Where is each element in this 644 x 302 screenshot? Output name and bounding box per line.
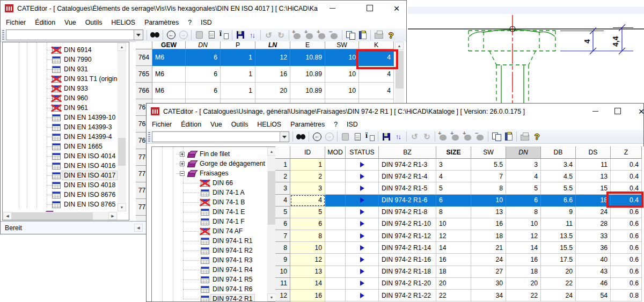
data-cell-dn[interactable]: 3 [506, 159, 541, 171]
table-row[interactable]: 11DIN 974-2 R1-335.533.4110.4 [275, 159, 644, 171]
data-cell[interactable]: 20 [255, 83, 290, 99]
data-cell-sw[interactable]: 18 [471, 230, 506, 242]
data-cell-bz[interactable]: DIN 974-2 R1-18 [379, 266, 436, 278]
data-cell-size[interactable]: 20 [436, 278, 471, 290]
data-cell-dn[interactable]: 6 [506, 195, 541, 207]
table-row[interactable]: 22DIN 974-2 R1-44744.5130.4 [275, 171, 644, 182]
data-cell-db[interactable]: 3.4 [541, 159, 576, 171]
tree-scroll-right[interactable]: ▶ [108, 212, 117, 220]
forward-button[interactable]: → [323, 131, 335, 143]
data-cell-ds[interactable]: 24 [576, 207, 611, 218]
table-row[interactable]: 78DIN 974-2 R1-1212181213.5330.6 [275, 230, 644, 242]
paste-button[interactable] [502, 131, 515, 143]
data-cell-dn[interactable]: 18 [506, 266, 541, 278]
data-cell-dn[interactable]: 8 [506, 207, 541, 218]
menu-item-fichier[interactable]: Fichier [152, 121, 172, 128]
tree-item-din-974-2-r1[interactable]: DIN 974-2 R1 [201, 294, 254, 302]
copy-button[interactable] [344, 29, 356, 41]
data-cell-size[interactable]: 8 [436, 207, 471, 218]
tree-item-din-933[interactable]: DIN 933 [52, 84, 90, 93]
table-row[interactable]: 912DIN 974-2 R1-1616241617.5400.6 [275, 254, 644, 266]
record-add-button[interactable] [449, 131, 462, 143]
table-row[interactable]: 66DIN 974-2 R1-1010161011280.6 [275, 218, 644, 230]
print-button[interactable] [518, 131, 531, 143]
record-add-last-button[interactable] [316, 29, 328, 41]
data-cell-id[interactable]: 1 [290, 159, 325, 171]
tree-scroll-down[interactable]: ▼ [267, 293, 276, 301]
menu-item-dition[interactable]: Édition [35, 19, 55, 26]
tree-item-din-en-14399-3[interactable]: DIN EN 14399-3 [52, 122, 113, 132]
data-cell-id[interactable]: 3 [290, 182, 325, 194]
undo-button[interactable]: ↺ [408, 131, 421, 143]
data-cell-id[interactable]: 2 [290, 171, 325, 182]
tree-item-din-974-1-r2[interactable]: DIN 974-1 R2 [201, 246, 254, 255]
column-header-ln[interactable]: LN [255, 41, 290, 49]
page-button[interactable] [352, 131, 364, 143]
record-delete-button[interactable] [328, 29, 340, 41]
data-cell[interactable]: 4 [359, 49, 394, 66]
minimize-button[interactable] [324, 1, 341, 15]
data-cell-bz[interactable]: DIN 974-2 R1-10 [379, 218, 436, 230]
data-cell-z[interactable]: 0.6 [611, 230, 642, 242]
data-cell-id[interactable]: 8 [290, 230, 325, 242]
data-cell[interactable]: 10 [325, 49, 359, 66]
menu-item-param-tres[interactable]: Paramètres [144, 19, 179, 26]
combobox-dropdown-button[interactable] [134, 30, 143, 40]
tree-item-din-en-iso-4018[interactable]: DIN EN ISO 4018 [52, 180, 117, 190]
paste-button[interactable] [356, 29, 369, 41]
menu-item-helios[interactable]: HELiOS [257, 121, 281, 128]
data-cell-size[interactable]: 18 [436, 266, 471, 278]
data-cell-sw[interactable]: 24 [471, 254, 506, 266]
tree-item-din-en-14399-10[interactable]: DIN EN 14399-10 [52, 113, 117, 122]
data-cell[interactable]: 4 [359, 83, 394, 99]
data-cell-mod[interactable] [325, 278, 346, 290]
table-row[interactable]: 1216DIN 974-2 R1-2222342224540.8 [275, 290, 644, 301]
tree-vscroll-thumb[interactable] [268, 171, 275, 225]
titlebar[interactable]: CATEditor - [ Catalogues\Usinage, généra… [147, 104, 643, 119]
tree-item-din-en-iso-8676[interactable]: DIN EN ISO 8676 [52, 190, 117, 200]
data-cell-bz[interactable]: DIN 974-2 R1-16 [379, 254, 436, 266]
data-cell-db[interactable]: 6.6 [541, 195, 576, 207]
column-header-ds[interactable]: DS [576, 146, 611, 159]
data-cell[interactable]: 10 [325, 83, 359, 99]
record-add-first-button[interactable] [437, 131, 449, 143]
data-cell-db[interactable]: 15.5 [541, 242, 576, 254]
tree-item-din-en-iso-4014[interactable]: DIN EN ISO 4014 [52, 151, 117, 161]
cateditor-window-fraisages[interactable]: CATEditor - [ Catalogues\Usinage, généra… [146, 103, 644, 302]
back-button[interactable]: ← [165, 29, 177, 41]
search-combobox[interactable] [6, 30, 143, 40]
data-cell[interactable]: 1 [221, 66, 255, 83]
column-header-sw[interactable]: SW [325, 41, 359, 49]
data-cell-sw[interactable]: 5.5 [471, 159, 506, 171]
table-row[interactable]: 766M6612010.89104 [136, 83, 406, 99]
data-cell[interactable]: 6 [186, 66, 221, 83]
menu-item-outils[interactable]: Outils [231, 121, 248, 128]
data-cell-dn[interactable]: 5 [506, 182, 541, 194]
tree-item-din-960[interactable]: DIN 960 [52, 93, 90, 103]
data-cell-status[interactable] [346, 171, 379, 182]
tree-item-din-974-1-r4[interactable]: DIN 974-1 R4 [201, 265, 254, 275]
table-row[interactable]: 1013DIN 974-2 R1-1818271820430.6 [275, 266, 644, 278]
tree-item-din-6914[interactable]: DIN 6914 [52, 45, 93, 55]
tree-item-din-en-iso-4016[interactable]: DIN EN ISO 4016 [52, 161, 117, 171]
table-row[interactable]: 44DIN 974-2 R1-661066.6180.4 [275, 195, 644, 207]
data-cell-db[interactable]: 22 [541, 278, 576, 290]
column-header-dn[interactable]: DN [186, 41, 221, 49]
tree-item-din-en-1665[interactable]: DIN EN 1665 [52, 142, 104, 151]
table-row[interactable]: 810DIN 974-2 R1-1414211415.5360.6 [275, 242, 644, 254]
data-cell[interactable]: M6 [152, 66, 186, 83]
expand-plus-icon[interactable] [180, 152, 185, 157]
close-button[interactable] [388, 1, 405, 15]
catalog-tree-panel[interactable]: DIN 6914DIN 7990DIN 931DIN 931 T1 (origi… [2, 42, 129, 220]
data-cell-bz[interactable]: DIN 974-2 R1-12 [379, 230, 436, 242]
data-cell-dn[interactable]: 10 [506, 218, 541, 230]
cad-preview-pane[interactable]: 4 4,4 [407, 0, 644, 103]
data-cell-ds[interactable]: 43 [576, 266, 611, 278]
data-cell-id[interactable]: 12 [290, 254, 325, 266]
data-cell-bz[interactable]: DIN 974-2 R1-3 [379, 159, 436, 171]
column-header-db[interactable]: DB [541, 146, 576, 159]
data-cell-status[interactable] [346, 159, 379, 171]
data-cell-db[interactable]: 17.5 [541, 254, 576, 266]
data-cell-bz[interactable]: DIN 974-2 R1-22 [379, 290, 436, 301]
maximize-button[interactable] [361, 1, 378, 15]
